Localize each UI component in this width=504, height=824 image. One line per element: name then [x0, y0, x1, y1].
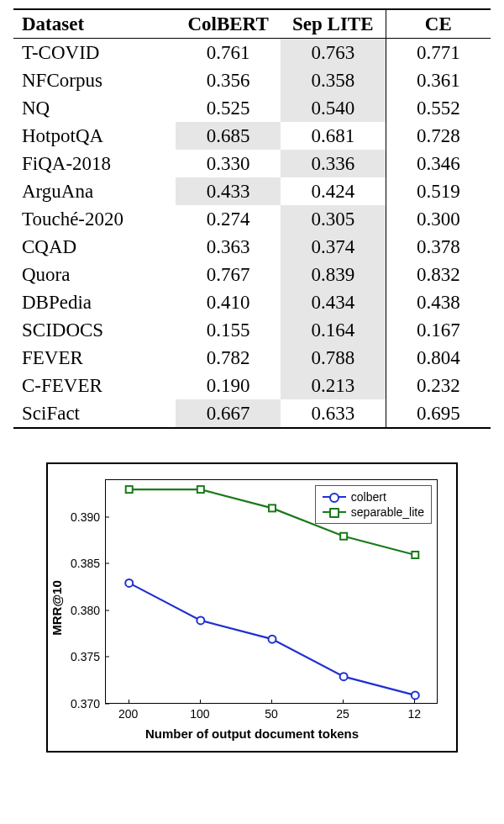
results-table: Dataset ColBERT Sep LITE CE T-COVID0.761…	[13, 8, 491, 429]
table-row: ArguAna0.4330.4240.519	[13, 177, 491, 205]
x-tick-mark	[129, 700, 129, 704]
table-row: FEVER0.7820.7880.804	[13, 344, 491, 372]
cell-colbert: 0.155	[176, 316, 281, 344]
cell-seplite: 0.305	[281, 205, 386, 233]
plot-area: colbert separable_lite	[105, 479, 438, 704]
legend-swatch-seplite	[323, 511, 346, 513]
y-tick-label: 0.385	[48, 557, 100, 570]
cell-colbert: 0.356	[176, 66, 281, 94]
cell-seplite: 0.434	[281, 288, 386, 316]
cell-colbert: 0.190	[176, 372, 281, 399]
data-point	[125, 579, 133, 587]
cell-ce: 0.300	[386, 205, 491, 233]
cell-seplite: 0.336	[281, 150, 386, 177]
cell-dataset: FEVER	[13, 344, 176, 372]
table-row: HotpotQA0.6850.6810.728	[13, 122, 491, 150]
y-tick-label: 0.390	[48, 510, 100, 524]
y-tick-mark	[105, 516, 109, 517]
table-row: NQ0.5250.5400.552	[13, 94, 491, 122]
data-point	[340, 673, 348, 680]
cell-seplite: 0.681	[281, 122, 386, 150]
legend-label-colbert: colbert	[351, 489, 386, 504]
y-tick-mark	[105, 657, 109, 658]
table-row: T-COVID0.7610.7630.771	[13, 39, 491, 67]
legend: colbert separable_lite	[315, 485, 432, 524]
cell-ce: 0.438	[386, 288, 491, 316]
cell-ce: 0.728	[386, 122, 491, 150]
cell-colbert: 0.525	[176, 94, 281, 122]
data-point	[126, 486, 133, 493]
x-tick-label: 100	[190, 707, 209, 721]
cell-colbert: 0.410	[176, 288, 281, 316]
cell-seplite: 0.358	[281, 66, 386, 94]
cell-colbert: 0.433	[176, 177, 281, 205]
x-tick-label: 200	[118, 707, 138, 721]
cell-ce: 0.346	[386, 150, 491, 177]
data-point	[412, 552, 418, 558]
cell-colbert: 0.330	[176, 150, 281, 177]
cell-seplite: 0.763	[281, 39, 386, 67]
header-seplite: Sep LITE	[281, 9, 386, 39]
cell-dataset: NQ	[13, 94, 176, 122]
cell-ce: 0.552	[386, 94, 491, 122]
y-tick-label: 0.370	[48, 697, 100, 710]
header-colbert: ColBERT	[176, 9, 281, 39]
cell-dataset: T-COVID	[13, 39, 176, 67]
cell-ce: 0.832	[386, 261, 491, 288]
data-point	[412, 691, 419, 699]
cell-ce: 0.167	[386, 316, 491, 344]
cell-seplite: 0.540	[281, 94, 386, 122]
cell-colbert: 0.767	[176, 261, 281, 288]
y-tick-mark	[105, 563, 109, 564]
cell-seplite: 0.633	[281, 399, 386, 428]
cell-colbert: 0.685	[176, 122, 281, 150]
cell-seplite: 0.424	[281, 177, 386, 205]
data-point	[269, 504, 276, 511]
cell-seplite: 0.374	[281, 233, 386, 261]
x-tick-label: 25	[336, 707, 349, 721]
y-tick-label: 0.380	[48, 604, 100, 617]
chart-container: MRR@10 Number of output document tokens …	[46, 462, 458, 753]
y-tick-mark	[105, 610, 109, 610]
data-point	[269, 636, 276, 643]
table-row: SCIDOCS0.1550.1640.167	[13, 316, 491, 344]
data-point	[197, 486, 204, 493]
table-header-row: Dataset ColBERT Sep LITE CE	[13, 9, 491, 39]
x-tick-label: 12	[407, 707, 421, 721]
header-ce: CE	[386, 9, 491, 39]
cell-colbert: 0.667	[176, 399, 281, 428]
table-row: CQAD0.3630.3740.378	[13, 233, 491, 261]
cell-seplite: 0.213	[281, 372, 386, 399]
table-row: SciFact0.6670.6330.695	[13, 399, 491, 428]
cell-seplite: 0.788	[281, 344, 386, 372]
x-tick-label: 50	[265, 707, 278, 721]
cell-ce: 0.695	[386, 399, 491, 428]
data-point	[340, 533, 347, 540]
cell-dataset: C-FEVER	[13, 372, 176, 399]
cell-dataset: SCIDOCS	[13, 316, 176, 344]
cell-colbert: 0.761	[176, 39, 281, 67]
cell-dataset: Touché-2020	[13, 205, 176, 233]
cell-dataset: HotpotQA	[13, 122, 176, 150]
x-tick-mark	[271, 700, 272, 704]
legend-label-seplite: separable_lite	[351, 504, 424, 520]
cell-dataset: Quora	[13, 261, 176, 288]
cell-dataset: ArguAna	[13, 177, 176, 205]
cell-ce: 0.232	[386, 372, 491, 399]
x-tick-mark	[414, 700, 415, 704]
table-row: Touché-20200.2740.3050.300	[13, 205, 491, 233]
cell-seplite: 0.164	[281, 316, 386, 344]
cell-dataset: FiQA-2018	[13, 150, 176, 177]
cell-colbert: 0.782	[176, 344, 281, 372]
legend-item-colbert: colbert	[323, 489, 424, 504]
table-row: DBPedia0.4100.4340.438	[13, 288, 491, 316]
data-point	[197, 616, 204, 624]
x-tick-mark	[343, 700, 344, 704]
cell-ce: 0.361	[386, 66, 491, 94]
cell-dataset: SciFact	[13, 399, 176, 428]
cell-colbert: 0.274	[176, 205, 281, 233]
header-dataset: Dataset	[13, 9, 176, 39]
cell-ce: 0.519	[386, 177, 491, 205]
cell-ce: 0.804	[386, 344, 491, 372]
cell-colbert: 0.363	[176, 233, 281, 261]
